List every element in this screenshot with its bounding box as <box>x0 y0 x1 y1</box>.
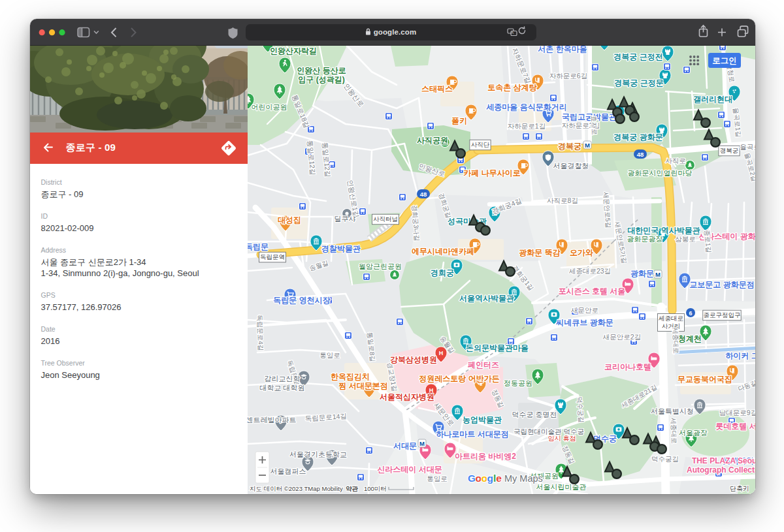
svg-text:THE PLAZA Seoul,: THE PLAZA Seoul, <box>692 456 755 465</box>
svg-text:카페 나무사이로: 카페 나무사이로 <box>463 168 520 178</box>
svg-text:로그인: 로그인 <box>712 56 737 65</box>
svg-text:광화문시민열린마당: 광화문시민열린마당 <box>628 169 693 177</box>
svg-text:덕수궁길: 덕수궁길 <box>651 455 679 463</box>
svg-text:통일로12길: 통일로12길 <box>306 140 318 176</box>
svg-text:율곡로: 율곡로 <box>740 143 755 151</box>
svg-text:청계천: 청계천 <box>678 334 702 343</box>
svg-text:하나로마트 서대문점: 하나로마트 서대문점 <box>436 430 508 439</box>
svg-text:서울경기초등학교: 서울경기초등학교 <box>289 450 347 458</box>
svg-text:무교동북어국집: 무교동북어국집 <box>678 375 732 384</box>
svg-text:경희궁3나길: 경희궁3나길 <box>411 205 421 242</box>
svg-text:100미터: 100미터 <box>364 485 387 492</box>
svg-text:o: o <box>475 473 481 484</box>
svg-text:임시 휴점: 임시 휴점 <box>548 435 576 442</box>
svg-text:서울시립미술관: 서울시립미술관 <box>536 483 587 491</box>
svg-text:정원레스토랑 어반가든: 정원레스토랑 어반가든 <box>419 374 499 383</box>
svg-text:스태픽스: 스태픽스 <box>421 84 453 93</box>
svg-text:서울역사박물관: 서울역사박물관 <box>459 294 514 303</box>
svg-text:서대문: 서대문 <box>393 441 417 450</box>
svg-text:사직로: 사직로 <box>665 157 686 164</box>
svg-text:A: A <box>510 30 514 35</box>
svg-text:월암근린공원: 월암근린공원 <box>359 262 402 270</box>
svg-text:찜 서대문본점: 찜 서대문본점 <box>338 381 387 390</box>
svg-text:효자로: 효자로 <box>590 116 598 135</box>
svg-text:아트리움 바비엥2: 아트리움 바비엥2 <box>455 452 516 461</box>
svg-text:강북삼성병원: 강북삼성병원 <box>390 355 437 364</box>
svg-text:사직터널: 사직터널 <box>373 215 398 223</box>
svg-text:덕수궁길: 덕수궁길 <box>576 396 585 423</box>
svg-text:농업박물관: 농업박물관 <box>463 415 502 424</box>
svg-text:경복궁 근정문: 경복궁 근정문 <box>614 78 663 87</box>
svg-text:경희궁길: 경희궁길 <box>438 192 453 219</box>
svg-text:서울적십자병원: 서울적십자병원 <box>380 392 434 401</box>
svg-text:g: g <box>487 473 493 484</box>
svg-text:서울캠퍼스: 서울캠퍼스 <box>270 467 306 475</box>
svg-text:광화문: 광화문 <box>630 269 654 278</box>
svg-text:단축키: 단축키 <box>730 485 749 492</box>
svg-text:세종대로: 세종대로 <box>670 418 678 444</box>
svg-text:사직공원: 사직공원 <box>417 136 448 145</box>
svg-text:자하문로1길: 자하문로1길 <box>508 122 546 130</box>
svg-text:정동길: 정동길 <box>491 388 506 409</box>
svg-text:통일로12길: 통일로12길 <box>321 142 333 178</box>
svg-text:인왕산 등산로: 인왕산 등산로 <box>297 66 346 75</box>
svg-text:하이커 그: 하이커 그 <box>725 351 755 360</box>
svg-text:돈의문박물관마을: 돈의문박물관마을 <box>466 343 529 352</box>
svg-text:율곡로1길: 율곡로1길 <box>732 107 743 137</box>
svg-text:경복궁: 경복궁 <box>720 147 739 154</box>
svg-text:딜쿠샤: 딜쿠샤 <box>335 215 356 223</box>
svg-text:G: G <box>468 473 476 484</box>
svg-text:독립문로4길: 독립문로4길 <box>256 315 265 351</box>
svg-text:감리교신학: 감리교신학 <box>265 375 301 383</box>
svg-text:독립문역: 독립문역 <box>260 253 285 260</box>
svg-text:경복궁 광화문: 경복궁 광화문 <box>613 133 662 142</box>
svg-text:경찰박물관: 경찰박물관 <box>321 244 361 253</box>
svg-text:독립문 영천시장: 독립문 영천시장 <box>273 296 330 305</box>
svg-text:에무시네마앤카페: 에무시네마앤카페 <box>412 247 474 256</box>
svg-text:경복궁: 경복궁 <box>558 142 581 151</box>
svg-text:6: 6 <box>689 310 692 317</box>
svg-text:My Maps: My Maps <box>504 473 543 484</box>
svg-text:대학교 대학원: 대학교 대학원 <box>259 384 304 392</box>
svg-text:국립고궁박물관: 국립고궁박물관 <box>562 112 617 121</box>
svg-text:Autograph Collection: Autograph Collection <box>687 465 755 475</box>
svg-text:폴키: 폴키 <box>451 116 467 125</box>
svg-text:경희궁: 경희궁 <box>431 268 454 277</box>
svg-text:경복궁 근정전: 경복궁 근정전 <box>613 52 662 61</box>
svg-text:서울광장: 서울광장 <box>679 429 708 437</box>
svg-text:교보문고 광화문점: 교보문고 광화문점 <box>689 280 754 289</box>
svg-text:인왕산로: 인왕산로 <box>417 162 446 178</box>
svg-text:새문안로: 새문안로 <box>570 306 598 314</box>
svg-text:광화문광장: 광화문광장 <box>627 235 663 243</box>
svg-text:삼봉로: 삼봉로 <box>675 235 696 243</box>
svg-text:지도 데이터 ©2023 TMap Mobility: 지도 데이터 ©2023 TMap Mobility <box>250 485 343 492</box>
svg-text:통일로18길: 통일로18길 <box>291 93 311 129</box>
svg-text:갤러리현대: 갤러리현대 <box>693 95 732 104</box>
svg-text:H: H <box>439 350 444 356</box>
svg-text:자하문로7길: 자하문로7길 <box>511 46 532 85</box>
svg-text:대성집: 대성집 <box>278 215 301 225</box>
svg-text:정동길: 정동길 <box>561 445 576 465</box>
svg-text:오가와: 오가와 <box>570 248 593 257</box>
svg-text:경교장1길: 경교장1길 <box>386 362 399 392</box>
svg-text:독립문: 독립문 <box>248 242 269 251</box>
svg-text:정동공원: 정동공원 <box>504 379 532 387</box>
svg-text:덕수궁 중명전: 덕수궁 중명전 <box>512 411 557 418</box>
svg-text:사직단: 사직단 <box>471 141 490 148</box>
svg-text:독립문로14길: 독립문로14길 <box>304 412 347 422</box>
svg-text:광화문 뚝감: 광화문 뚝감 <box>519 248 560 257</box>
svg-text:신라스테이 서대문: 신라스테이 서대문 <box>377 465 442 474</box>
svg-text:새문안로5길: 새문안로5길 <box>602 192 612 228</box>
svg-text:세종마을 음식문화거리: 세종마을 음식문화거리 <box>485 102 566 112</box>
svg-text:사직로8길: 사직로8길 <box>547 196 578 204</box>
svg-text:송월길: 송월길 <box>308 259 329 272</box>
svg-text:통일로: 통일로 <box>427 475 448 482</box>
svg-text:인왕산로: 인왕산로 <box>342 82 365 108</box>
svg-text:e: e <box>496 473 502 484</box>
svg-text:센트레빌아파트: 센트레빌아파트 <box>248 416 297 424</box>
svg-text:48: 48 <box>637 151 644 158</box>
svg-text:인왕산자락길: 인왕산자락길 <box>270 46 317 55</box>
svg-text:입구 (성곽길): 입구 (성곽길) <box>298 75 344 84</box>
svg-text:세종대로: 세종대로 <box>672 328 679 354</box>
svg-text:종로1길: 종로1길 <box>703 230 712 253</box>
